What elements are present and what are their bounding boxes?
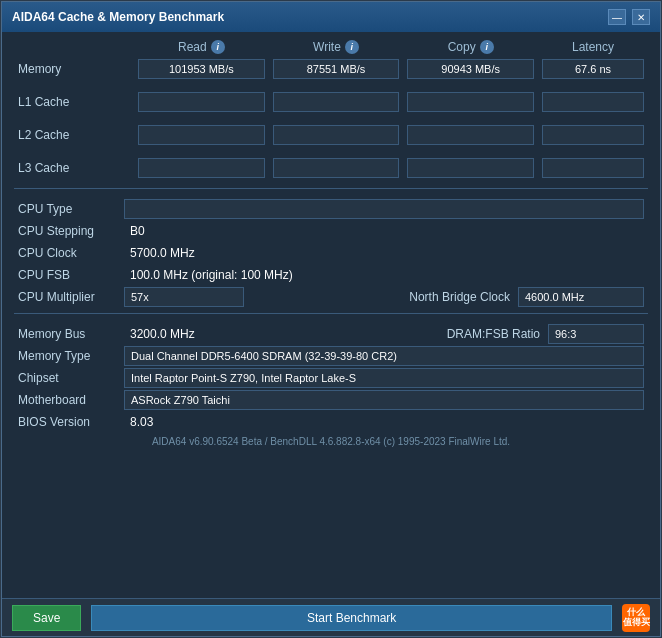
title-bar: AIDA64 Cache & Memory Benchmark — ✕ <box>2 2 660 32</box>
motherboard-label: Motherboard <box>14 393 124 407</box>
cpu-type-label: CPU Type <box>14 202 124 216</box>
l1-latency <box>542 92 644 112</box>
memory-latency: 67.6 ns <box>542 59 644 79</box>
dram-ratio-value: 96:3 <box>548 324 644 344</box>
main-window: AIDA64 Cache & Memory Benchmark — ✕ Read… <box>1 1 661 637</box>
memory-write: 87551 MB/s <box>273 59 400 79</box>
cpu-fsb-label: CPU FSB <box>14 268 124 282</box>
l1-copy <box>407 92 534 112</box>
motherboard-row: Motherboard ASRock Z790 Taichi <box>14 390 648 410</box>
close-button[interactable]: ✕ <box>632 9 650 25</box>
bios-label: BIOS Version <box>14 415 124 429</box>
copy-header: Copy i <box>403 40 538 54</box>
memory-row: Memory 101953 MB/s 87551 MB/s 90943 MB/s… <box>14 58 648 80</box>
column-headers: Read i Write i Copy i Latency <box>14 40 648 54</box>
save-button[interactable]: Save <box>12 605 81 631</box>
memory-label: Memory <box>14 62 134 76</box>
watermark: 什么值得买 <box>622 604 650 632</box>
memory-bus-label: Memory Bus <box>14 327 124 341</box>
nb-clock-label: North Bridge Clock <box>244 290 518 304</box>
bios-value: 8.03 <box>124 415 648 429</box>
cpu-clock-label: CPU Clock <box>14 246 124 260</box>
watermark-icon: 什么值得买 <box>622 604 650 632</box>
memory-copy: 90943 MB/s <box>407 59 534 79</box>
l3-label: L3 Cache <box>14 161 134 175</box>
l2-label: L2 Cache <box>14 128 134 142</box>
l3-read <box>138 158 265 178</box>
read-header: Read i <box>134 40 269 54</box>
latency-header: Latency <box>538 40 648 54</box>
l1-write <box>273 92 400 112</box>
memory-type-row: Memory Type Dual Channel DDR5-6400 SDRAM… <box>14 346 648 366</box>
memory-type-value: Dual Channel DDR5-6400 SDRAM (32-39-39-8… <box>124 346 644 366</box>
read-info-icon[interactable]: i <box>211 40 225 54</box>
chipset-label: Chipset <box>14 371 124 385</box>
cpu-stepping-row: CPU Stepping B0 <box>14 221 648 241</box>
cpu-stepping-label: CPU Stepping <box>14 224 124 238</box>
memory-bus-row: Memory Bus 3200.0 MHz DRAM:FSB Ratio 96:… <box>14 324 648 344</box>
memory-bus-value: 3200.0 MHz <box>124 327 408 341</box>
l1-read <box>138 92 265 112</box>
l2-latency <box>542 125 644 145</box>
memory-type-label: Memory Type <box>14 349 124 363</box>
write-header: Write i <box>269 40 404 54</box>
write-info-icon[interactable]: i <box>345 40 359 54</box>
cpu-type-row: CPU Type <box>14 199 648 219</box>
cpu-clock-value: 5700.0 MHz <box>124 246 648 260</box>
footer-text: AIDA64 v6.90.6524 Beta / BenchDLL 4.6.88… <box>14 432 648 451</box>
cpu-multiplier-row: CPU Multiplier 57x North Bridge Clock 46… <box>14 287 648 307</box>
nb-clock-value: 4600.0 MHz <box>518 287 644 307</box>
dram-ratio-label: DRAM:FSB Ratio <box>408 327 548 341</box>
l2-row: L2 Cache <box>14 124 648 146</box>
memory-read: 101953 MB/s <box>138 59 265 79</box>
bios-row: BIOS Version 8.03 <box>14 412 648 432</box>
main-content: Read i Write i Copy i Latency Memory 101… <box>2 32 660 598</box>
window-title: AIDA64 Cache & Memory Benchmark <box>12 10 224 24</box>
cpu-fsb-row: CPU FSB 100.0 MHz (original: 100 MHz) <box>14 265 648 285</box>
bottom-bar: Save Start Benchmark 什么值得买 <box>2 598 660 636</box>
l3-latency <box>542 158 644 178</box>
l3-write <box>273 158 400 178</box>
l2-copy <box>407 125 534 145</box>
chipset-row: Chipset Intel Raptor Point-S Z790, Intel… <box>14 368 648 388</box>
l1-row: L1 Cache <box>14 91 648 113</box>
l2-write <box>273 125 400 145</box>
cpu-info-section: CPU Type CPU Stepping B0 CPU Clock 5700.… <box>14 199 648 307</box>
mem-info-section: Memory Bus 3200.0 MHz DRAM:FSB Ratio 96:… <box>14 324 648 432</box>
copy-info-icon[interactable]: i <box>480 40 494 54</box>
window-controls: — ✕ <box>608 9 650 25</box>
minimize-button[interactable]: — <box>608 9 626 25</box>
start-benchmark-button[interactable]: Start Benchmark <box>91 605 612 631</box>
cpu-multiplier-value: 57x <box>124 287 244 307</box>
cpu-fsb-value: 100.0 MHz (original: 100 MHz) <box>124 268 648 282</box>
cpu-type-value <box>124 199 644 219</box>
chipset-value: Intel Raptor Point-S Z790, Intel Raptor … <box>124 368 644 388</box>
l2-read <box>138 125 265 145</box>
cpu-clock-row: CPU Clock 5700.0 MHz <box>14 243 648 263</box>
l3-copy <box>407 158 534 178</box>
cpu-stepping-value: B0 <box>124 224 648 238</box>
l1-label: L1 Cache <box>14 95 134 109</box>
cpu-multiplier-label: CPU Multiplier <box>14 290 124 304</box>
motherboard-value: ASRock Z790 Taichi <box>124 390 644 410</box>
l3-row: L3 Cache <box>14 157 648 179</box>
